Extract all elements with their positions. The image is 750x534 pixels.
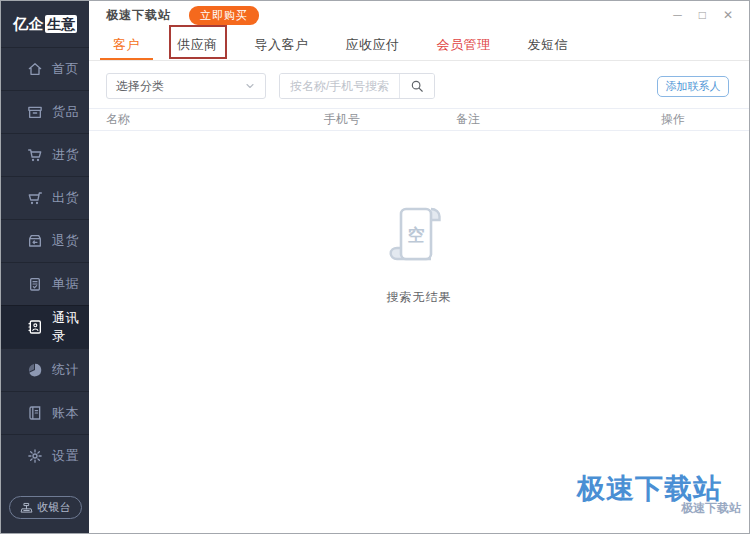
sidebar-item-receipts[interactable]: 单据	[1, 262, 89, 305]
logo-text-2: 生意	[45, 15, 77, 33]
tab-suppliers[interactable]: 供应商	[177, 29, 218, 60]
app-window: 亿企 生意 首页 货品 进货 出货 退货	[0, 0, 750, 534]
home-icon	[27, 61, 43, 77]
sidebar-nav: 首页 货品 进货 出货 退货 单据	[1, 47, 89, 477]
maximize-icon[interactable]: □	[699, 9, 706, 21]
empty-glyph: 空	[408, 225, 425, 245]
tab-member-management[interactable]: 会员管理	[437, 29, 491, 60]
minimize-icon[interactable]: ─	[673, 9, 682, 21]
tab-import-customers[interactable]: 导入客户	[255, 29, 309, 60]
sidebar-item-returns[interactable]: 退货	[1, 219, 89, 262]
window-controls: ─ □ ✕	[673, 9, 749, 21]
cashier-area: 收银台	[1, 496, 89, 533]
receipts-icon	[27, 276, 43, 292]
search-button[interactable]	[399, 74, 434, 98]
sidebar-item-label: 账本	[52, 404, 79, 422]
cashier-button-label: 收银台	[38, 500, 71, 515]
sidebar-item-label: 退货	[52, 232, 79, 250]
column-header-name: 名称	[106, 111, 324, 128]
tab-label: 应收应付	[346, 36, 400, 54]
search-icon	[410, 79, 424, 93]
chevron-down-icon	[244, 80, 256, 92]
app-logo: 亿企 生意	[1, 1, 89, 47]
column-header-remark: 备注	[456, 111, 661, 128]
category-select[interactable]: 选择分类	[106, 73, 266, 99]
tab-label: 发短信	[528, 36, 569, 54]
returns-box-icon	[27, 233, 43, 249]
goods-icon	[27, 104, 43, 120]
cash-register-icon	[20, 501, 33, 514]
sidebar-item-label: 出货	[52, 189, 79, 207]
sidebar-item-purchase[interactable]: 进货	[1, 133, 89, 176]
table-header-row: 名称 手机号 备注 操作	[89, 108, 749, 131]
sidebar-item-label: 货品	[52, 103, 79, 121]
empty-message: 搜索无结果	[387, 289, 452, 306]
sidebar-item-contacts[interactable]: 通讯录	[1, 305, 89, 348]
tab-bar: 客户 供应商 导入客户 应收应付 会员管理 发短信	[89, 29, 749, 61]
purchase-cart-icon	[27, 147, 43, 163]
sidebar-item-label: 统计	[52, 361, 79, 379]
tab-send-sms[interactable]: 发短信	[528, 29, 569, 60]
sidebar-item-label: 通讯录	[52, 309, 89, 345]
sidebar-item-goods[interactable]: 货品	[1, 90, 89, 133]
sidebar-item-outbound[interactable]: 出货	[1, 176, 89, 219]
contacts-book-icon	[27, 319, 43, 335]
titlebar: 极速下载站 立即购买 ─ □ ✕	[89, 1, 749, 29]
search-input[interactable]	[280, 74, 399, 98]
tab-label: 供应商	[177, 36, 218, 54]
sidebar-item-label: 设置	[52, 447, 79, 465]
add-contact-button[interactable]: 添加联系人	[657, 76, 729, 97]
sidebar-item-ledger[interactable]: 账本	[1, 391, 89, 434]
sidebar: 亿企 生意 首页 货品 进货 出货 退货	[1, 1, 89, 533]
sidebar-item-statistics[interactable]: 统计	[1, 348, 89, 391]
cashier-button[interactable]: 收银台	[9, 496, 82, 519]
sidebar-item-home[interactable]: 首页	[1, 47, 89, 90]
tab-receivables-payables[interactable]: 应收应付	[346, 29, 400, 60]
outbound-cart-icon	[27, 190, 43, 206]
sidebar-item-label: 首页	[52, 60, 79, 78]
statistics-pie-icon	[27, 362, 43, 378]
main-area: 极速下载站 立即购买 ─ □ ✕ 客户 供应商 导入客户 应收应付	[89, 1, 749, 533]
sidebar-item-label: 进货	[52, 146, 79, 164]
logo-text-1: 亿企	[13, 15, 44, 34]
tab-label: 导入客户	[255, 36, 309, 54]
settings-gear-icon	[27, 448, 43, 464]
column-header-phone: 手机号	[324, 111, 456, 128]
ledger-book-icon	[27, 405, 43, 421]
close-icon[interactable]: ✕	[723, 9, 733, 21]
column-header-actions: 操作	[661, 111, 749, 128]
sidebar-item-settings[interactable]: 设置	[1, 434, 89, 477]
window-title: 极速下载站	[106, 7, 171, 24]
tab-customers[interactable]: 客户	[113, 29, 140, 60]
empty-scroll-icon: 空	[381, 203, 457, 273]
tab-label: 客户	[113, 36, 140, 54]
search-group	[279, 73, 435, 99]
tab-label: 会员管理	[437, 36, 491, 54]
empty-state: 空 搜索无结果	[89, 131, 749, 533]
sidebar-item-label: 单据	[52, 275, 79, 293]
category-select-value: 选择分类	[116, 78, 164, 95]
filter-toolbar: 选择分类 添加联系人	[89, 73, 749, 99]
buy-now-button[interactable]: 立即购买	[189, 6, 259, 25]
